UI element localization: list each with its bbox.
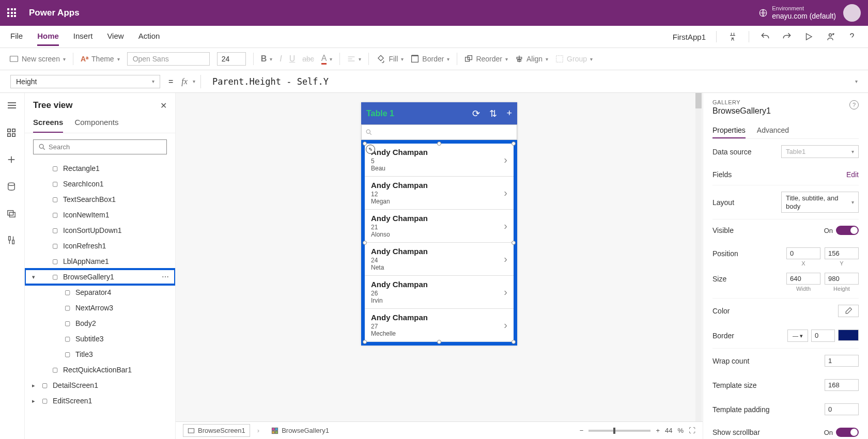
border-color-swatch[interactable] bbox=[838, 330, 859, 341]
tree-item-Title3[interactable]: ▢Title3 bbox=[25, 347, 175, 362]
undo-icon[interactable] bbox=[760, 31, 771, 42]
chevron-right-icon[interactable]: › bbox=[504, 187, 507, 199]
font-color-button[interactable]: A▾ bbox=[321, 54, 333, 65]
phone-preview[interactable]: Table 1 ⟳ ⇅ + ✎ Andy Champan5Beau›Andy C… bbox=[361, 102, 517, 346]
gallery-item[interactable]: Andy Champan24Neta› bbox=[365, 243, 514, 276]
zoom-in-icon[interactable]: + bbox=[656, 427, 660, 434]
border-width-input[interactable]: 0 bbox=[811, 330, 835, 342]
media-icon[interactable] bbox=[7, 209, 18, 220]
phone-searchbox[interactable] bbox=[361, 124, 517, 140]
chevron-right-icon[interactable]: › bbox=[504, 286, 507, 298]
menu-file[interactable]: File bbox=[10, 27, 23, 46]
chevron-right-icon[interactable]: › bbox=[504, 154, 507, 166]
gallery-item[interactable]: Andy Champan21Alonso› bbox=[365, 210, 514, 243]
help-circle-icon[interactable]: ? bbox=[849, 100, 859, 109]
data-source-select[interactable]: Table1▾ bbox=[781, 145, 859, 158]
border-style-select[interactable]: — ▾ bbox=[787, 330, 808, 342]
align-button[interactable]: Align▾ bbox=[515, 55, 548, 63]
group-button[interactable]: Group▾ bbox=[555, 55, 593, 63]
bold-button[interactable]: B▾ bbox=[261, 54, 273, 64]
sort-icon[interactable]: ⇅ bbox=[489, 108, 497, 119]
fit-icon[interactable]: ⛶ bbox=[689, 427, 695, 434]
add-icon[interactable]: + bbox=[506, 108, 512, 119]
property-select[interactable]: Height ▾ bbox=[10, 75, 160, 88]
underline-button[interactable]: U bbox=[289, 54, 296, 64]
color-picker[interactable] bbox=[838, 305, 859, 317]
position-x-input[interactable]: 0 bbox=[786, 247, 820, 259]
tree-search[interactable]: Search bbox=[33, 139, 167, 154]
tree-item-NextArrow3[interactable]: ▢NextArrow3 bbox=[25, 300, 175, 316]
visible-toggle[interactable] bbox=[836, 226, 859, 235]
chevron-right-icon[interactable]: › bbox=[504, 319, 507, 331]
tree-item-DetailScreen1[interactable]: ▸▢DetailScreen1 bbox=[25, 378, 175, 393]
menu-view[interactable]: View bbox=[107, 27, 123, 46]
new-screen-button[interactable]: New screen ▾ bbox=[9, 55, 66, 63]
template-size-input[interactable]: 168 bbox=[825, 379, 859, 391]
tree-item-SearchIcon1[interactable]: ▢SearchIcon1 bbox=[25, 176, 175, 192]
data-icon[interactable] bbox=[7, 182, 18, 193]
gallery-item[interactable]: Andy Champan26Irvin› bbox=[365, 276, 514, 309]
tree-item-IconSortUpDown1[interactable]: ▢IconSortUpDown1 bbox=[25, 223, 175, 238]
tree-item-IconRefresh1[interactable]: ▢IconRefresh1 bbox=[25, 238, 175, 254]
gallery-item[interactable]: Andy Champan5Beau› bbox=[365, 144, 514, 177]
tree-item-Rectangle1[interactable]: ▢Rectangle1 bbox=[25, 161, 175, 176]
tab-advanced[interactable]: Advanced bbox=[757, 123, 789, 138]
gallery-item[interactable]: Andy Champan12Megan› bbox=[365, 177, 514, 210]
formula-input[interactable]: Parent.Height - Self.Y bbox=[206, 76, 850, 87]
tree-item-IconNewItem1[interactable]: ▢IconNewItem1 bbox=[25, 207, 175, 223]
menu-action[interactable]: Action bbox=[138, 27, 160, 46]
menu-home[interactable]: Home bbox=[37, 27, 59, 46]
theme-button[interactable]: Aᵃ Theme ▾ bbox=[81, 55, 120, 63]
align-text-button[interactable]: ▾ bbox=[347, 55, 361, 62]
breadcrumb-screen[interactable]: BrowseScreen1 bbox=[183, 424, 250, 437]
border-button[interactable]: Border▾ bbox=[411, 55, 450, 63]
app-checker-icon[interactable] bbox=[727, 31, 738, 42]
avatar[interactable] bbox=[843, 4, 861, 22]
tab-components[interactable]: Components bbox=[74, 115, 118, 133]
font-select[interactable]: Open Sans bbox=[127, 52, 210, 66]
tab-properties[interactable]: Properties bbox=[712, 123, 746, 138]
tree-item-LblAppName1[interactable]: ▢LblAppName1 bbox=[25, 254, 175, 269]
formula-expand-icon[interactable]: ▾ bbox=[855, 79, 858, 84]
layout-select[interactable]: Title, subtitle, and body▾ bbox=[781, 192, 859, 213]
tree-item-TextSearchBox1[interactable]: ▢TextSearchBox1 bbox=[25, 192, 175, 207]
chevron-right-icon[interactable]: › bbox=[504, 220, 507, 232]
menu-insert[interactable]: Insert bbox=[73, 27, 93, 46]
hamburger-icon[interactable] bbox=[7, 101, 18, 113]
waffle-icon[interactable] bbox=[7, 8, 17, 18]
tree-item-EditScreen1[interactable]: ▸▢EditScreen1 bbox=[25, 393, 175, 409]
tree-item-Body2[interactable]: ▢Body2 bbox=[25, 316, 175, 331]
scrollbar-toggle[interactable] bbox=[836, 428, 859, 437]
tree-item-Subtitle3[interactable]: ▢Subtitle3 bbox=[25, 331, 175, 347]
height-input[interactable]: 980 bbox=[825, 273, 859, 285]
tools-icon[interactable] bbox=[7, 236, 18, 247]
zoom-slider[interactable] bbox=[588, 430, 650, 432]
share-icon[interactable] bbox=[825, 31, 836, 42]
close-icon[interactable]: ✕ bbox=[160, 101, 167, 111]
browse-gallery[interactable]: ✎ Andy Champan5Beau›Andy Champan12Megan›… bbox=[361, 140, 517, 346]
template-padding-input[interactable]: 0 bbox=[825, 403, 859, 415]
canvas-scrollbar[interactable] bbox=[695, 93, 702, 421]
breadcrumb-gallery[interactable]: BrowseGallery1 bbox=[267, 424, 334, 437]
width-input[interactable]: 640 bbox=[786, 273, 820, 285]
help-icon[interactable] bbox=[846, 31, 858, 42]
play-icon[interactable] bbox=[803, 31, 814, 42]
tab-screens[interactable]: Screens bbox=[33, 115, 63, 133]
strike-button[interactable]: abc bbox=[302, 55, 314, 63]
gallery-item[interactable]: Andy Champan27Mechelle› bbox=[365, 309, 514, 342]
italic-button[interactable]: I bbox=[280, 54, 282, 64]
tree-item-RectQuickActionBar1[interactable]: ▢RectQuickActionBar1 bbox=[25, 362, 175, 378]
wrap-count-input[interactable]: 1 bbox=[825, 355, 859, 367]
environment-selector[interactable]: Environment enayu.com (default) bbox=[758, 5, 836, 21]
tree-view-icon[interactable] bbox=[7, 128, 18, 139]
reorder-button[interactable]: Reorder▾ bbox=[464, 55, 508, 63]
chevron-right-icon[interactable]: › bbox=[504, 253, 507, 265]
insert-icon[interactable] bbox=[7, 155, 18, 166]
refresh-icon[interactable]: ⟳ bbox=[472, 108, 480, 119]
fill-button[interactable]: Fill▾ bbox=[376, 54, 404, 64]
edit-pencil-icon[interactable]: ✎ bbox=[366, 145, 375, 154]
tree-item-BrowseGallery1[interactable]: ▾▢BrowseGallery1⋯ bbox=[25, 269, 175, 285]
edit-fields-link[interactable]: Edit bbox=[846, 170, 859, 179]
font-size-select[interactable]: 24 bbox=[217, 52, 246, 66]
zoom-out-icon[interactable]: − bbox=[580, 427, 584, 434]
